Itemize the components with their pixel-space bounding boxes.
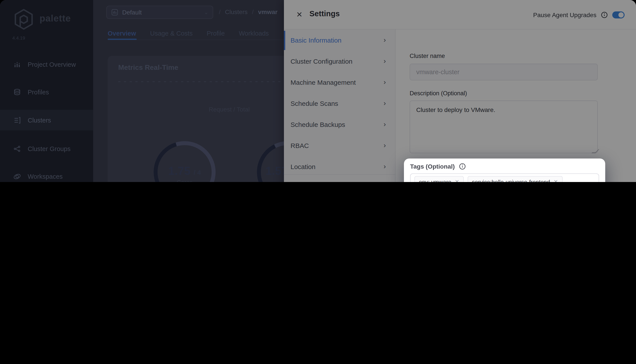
tags-input[interactable]: env: vmware ✕ service:hello-universe-fro… <box>410 174 599 182</box>
info-icon[interactable] <box>459 163 466 170</box>
remove-tag-icon[interactable]: ✕ <box>455 179 459 182</box>
app-window: palette 4.4.19 Project Overview Profiles… <box>0 0 636 182</box>
remove-tag-icon[interactable]: ✕ <box>554 179 558 182</box>
tags-label-row: Tags (Optional) <box>410 163 466 170</box>
spotlight-tags-section: Tags (Optional) env: vmware ✕ service:he… <box>404 158 605 182</box>
tags-label: Tags (Optional) <box>410 163 455 170</box>
tag-chip-service-hello-universe-frontend: service:hello-universe-frontend ✕ <box>468 176 563 182</box>
tag-chip-env-vmware: env: vmware ✕ <box>415 176 464 182</box>
dim-overlay <box>0 0 636 182</box>
